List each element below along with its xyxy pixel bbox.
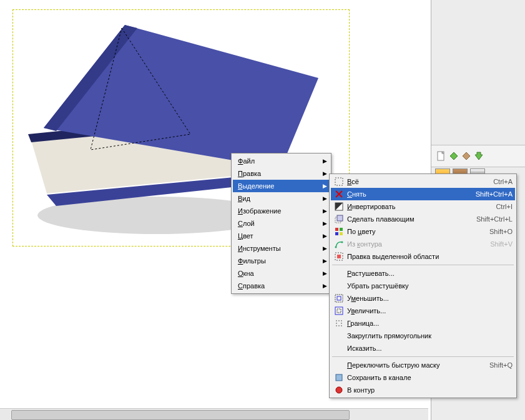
invert-icon — [333, 202, 345, 211]
menu-item[interactable]: Слой▶ — [233, 217, 330, 230]
menu-item-label: Справка — [235, 282, 321, 290]
menu-item[interactable]: Переключить быструю маскуShift+Q — [331, 359, 515, 371]
svg-point-23 — [341, 242, 343, 243]
menu-item[interactable]: Выделение▶ — [233, 180, 330, 192]
shrink-icon — [333, 294, 345, 303]
dock-toolbar — [431, 145, 525, 167]
menu-item-label: Из контура — [345, 240, 478, 248]
svg-rect-28 — [337, 309, 341, 313]
menu-item[interactable]: Сохранить в канале — [331, 371, 515, 384]
float-icon — [333, 215, 345, 223]
menu-item[interactable]: СнятьShift+Ctrl+A — [331, 188, 515, 200]
svg-point-32 — [341, 320, 342, 321]
menu-item[interactable]: В контур — [331, 384, 515, 396]
submenu-arrow-icon: ▶ — [321, 170, 327, 177]
menu-item-label: Переключить быструю маску — [345, 361, 477, 369]
menu-item[interactable]: ИнвертироватьCtrl+I — [331, 200, 515, 213]
submenu-arrow-icon: ▶ — [321, 195, 327, 202]
menu-item[interactable]: Справка▶ — [233, 280, 330, 292]
svg-rect-21 — [340, 232, 343, 235]
svg-rect-27 — [337, 296, 341, 300]
svg-marker-8 — [450, 152, 458, 160]
svg-point-33 — [336, 323, 337, 324]
none-red-icon — [333, 190, 345, 198]
svg-rect-17 — [337, 215, 343, 221]
menu-item[interactable]: Инструменты▶ — [233, 242, 330, 255]
menu-item[interactable]: Вид▶ — [233, 192, 330, 205]
svg-point-37 — [341, 325, 342, 326]
menu-item-label: Граница... — [345, 320, 513, 327]
svg-rect-18 — [335, 228, 338, 231]
svg-point-39 — [336, 387, 342, 393]
menu-item-label: Изображение — [235, 207, 321, 215]
menu-item-label: Вид — [235, 195, 321, 202]
menu-item-label: Файл — [235, 157, 321, 165]
submenu-arrow-icon: ▶ — [321, 208, 327, 214]
context-menu-selection[interactable]: ВсёCtrl+AСнятьShift+Ctrl+AИнвертироватьC… — [329, 173, 517, 398]
arrow-down-green-icon[interactable] — [474, 151, 484, 161]
diamond-brown-icon[interactable] — [461, 151, 471, 161]
menu-item-shortcut: Ctrl+I — [483, 203, 513, 210]
diamond-green-icon[interactable] — [449, 151, 459, 161]
svg-rect-38 — [336, 374, 342, 381]
menu-item-label: Слой — [235, 220, 321, 227]
menu-item[interactable]: Закруглить прямоугольник — [331, 330, 515, 342]
submenu-arrow-icon: ▶ — [321, 283, 327, 289]
svg-point-31 — [338, 320, 340, 321]
menu-item-label: Окна — [235, 270, 321, 277]
menu-item-label: Растушевать... — [345, 270, 513, 277]
menu-item-label: Выделение — [235, 182, 321, 190]
scrollbar-thumb[interactable] — [11, 410, 350, 420]
menu-item-label: Правка выделенной области — [345, 253, 513, 260]
channel-icon — [333, 373, 345, 382]
menu-item[interactable]: Правка выделенной области — [331, 250, 515, 263]
menu-item-label: Снять — [345, 190, 463, 198]
menu-item[interactable]: Фильтры▶ — [233, 255, 330, 267]
menu-item-label: Убрать растушёвку — [345, 282, 513, 290]
doc-new-icon[interactable] — [436, 151, 446, 161]
menu-item[interactable]: Убрать растушёвку — [331, 280, 515, 292]
menu-item-shortcut: Shift+O — [477, 228, 513, 235]
menu-item[interactable]: Сделать плавающимShift+Ctrl+L — [331, 213, 515, 225]
svg-rect-20 — [335, 232, 338, 235]
menu-item[interactable]: По цветуShift+O — [331, 225, 515, 238]
menu-item-label: Инструменты — [235, 245, 321, 252]
bycolor-icon — [333, 227, 345, 236]
editor-icon — [333, 252, 345, 261]
menu-item-label: Увеличить... — [345, 307, 513, 315]
menu-item-label: Исказить... — [345, 344, 513, 352]
menu-item[interactable]: ВсёCtrl+A — [331, 175, 515, 188]
submenu-arrow-icon: ▶ — [321, 270, 327, 276]
menu-separator — [332, 265, 514, 265]
menu-item[interactable]: Изображение▶ — [233, 205, 330, 217]
grow-icon — [333, 306, 345, 315]
select-all-icon — [333, 177, 345, 186]
svg-rect-19 — [340, 228, 343, 231]
menu-item[interactable]: Окна▶ — [233, 267, 330, 280]
menu-item-label: По цвету — [345, 228, 477, 235]
menu-item-label: Закруглить прямоугольник — [345, 332, 513, 339]
menu-item[interactable]: Цвет▶ — [233, 230, 330, 242]
menu-separator — [332, 356, 514, 357]
border-icon — [333, 319, 345, 328]
menu-item[interactable]: Растушевать... — [331, 267, 515, 280]
menu-item[interactable]: Файл▶ — [233, 155, 330, 167]
menu-item-label: В контур — [345, 386, 513, 394]
menu-item[interactable]: Увеличить... — [331, 305, 515, 317]
menu-item[interactable]: Уменьшить... — [331, 292, 515, 305]
svg-rect-25 — [337, 255, 341, 258]
svg-marker-10 — [475, 152, 483, 160]
menu-item-shortcut: Shift+Ctrl+A — [463, 190, 513, 198]
menu-item-label: Правка — [235, 170, 321, 177]
menu-item[interactable]: Исказить... — [331, 342, 515, 354]
horizontal-scrollbar[interactable] — [0, 408, 428, 420]
svg-point-34 — [341, 323, 342, 324]
svg-point-30 — [336, 320, 337, 321]
menu-item[interactable]: Правка▶ — [233, 167, 330, 180]
menu-item-label: Сделать плавающим — [345, 215, 464, 223]
menu-item-shortcut: Shift+Ctrl+L — [464, 215, 513, 223]
submenu-arrow-icon: ▶ — [321, 220, 327, 227]
context-menu-main[interactable]: Файл▶Правка▶Выделение▶Вид▶Изображение▶Сл… — [231, 153, 331, 294]
menu-item-label: Фильтры — [235, 257, 321, 265]
menu-item[interactable]: Граница... — [331, 317, 515, 330]
